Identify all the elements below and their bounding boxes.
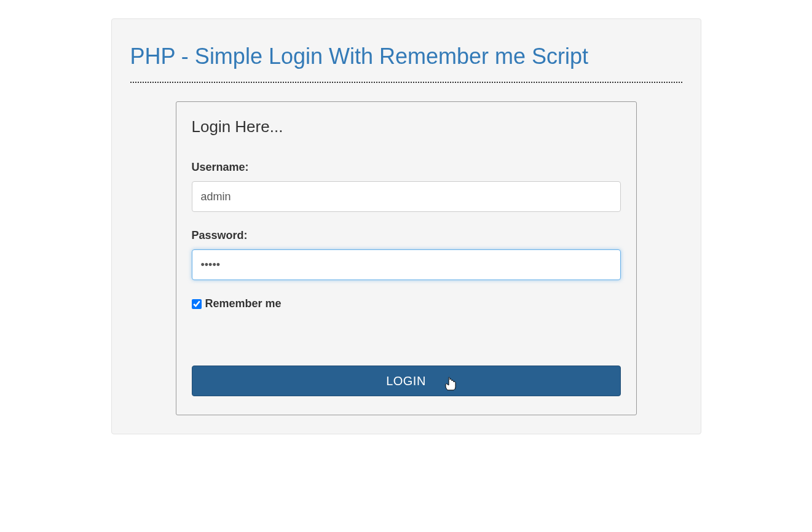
cursor-pointer-icon xyxy=(444,377,458,396)
remember-checkbox[interactable] xyxy=(192,299,202,309)
password-label: Password: xyxy=(192,229,621,242)
remember-label: Remember me xyxy=(205,297,282,310)
login-heading: Login Here... xyxy=(192,117,621,136)
login-button-label: LOGIN xyxy=(386,374,426,388)
password-input[interactable] xyxy=(192,249,621,280)
username-input[interactable] xyxy=(192,181,621,212)
remember-row: Remember me xyxy=(192,297,621,310)
page-title: PHP - Simple Login With Remember me Scri… xyxy=(130,44,682,69)
login-button[interactable]: LOGIN xyxy=(192,366,621,396)
outer-panel: PHP - Simple Login With Remember me Scri… xyxy=(111,18,701,434)
username-label: Username: xyxy=(192,161,621,174)
divider xyxy=(130,82,682,83)
login-panel: Login Here... Username: Password: Rememb… xyxy=(176,101,637,415)
